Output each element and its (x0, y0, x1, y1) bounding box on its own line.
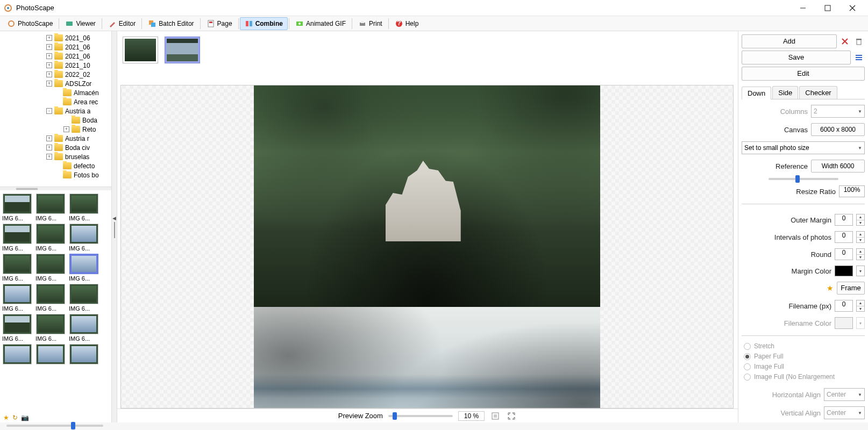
tree-item[interactable]: Almacén (3, 88, 111, 97)
tree-item[interactable]: Boda (3, 116, 111, 125)
thumbnail-browser[interactable]: IMG 6...IMG 6...IMG 6...IMG 6...IMG 6...… (0, 190, 111, 422)
radio-image-full-noenlarge[interactable]: Image Full (No Enlargement (744, 373, 865, 381)
strip-thumb[interactable] (165, 37, 200, 63)
tree-item[interactable]: +Boda civ (3, 143, 111, 152)
round-spinner[interactable]: ▲▼ (856, 248, 865, 260)
expand-toggle[interactable]: + (46, 145, 52, 150)
thumbnail[interactable]: IMG 6... (2, 224, 32, 252)
expand-toggle[interactable]: + (63, 126, 69, 132)
maximize-button[interactable] (815, 0, 840, 16)
frame-button[interactable]: Frame (837, 282, 865, 295)
expand-toggle[interactable]: + (46, 62, 52, 68)
reference-button[interactable]: Width 6000 (811, 160, 865, 173)
thumbnail[interactable]: IMG 6... (35, 224, 66, 252)
add-button[interactable]: Add (742, 34, 837, 48)
expand-toggle[interactable]: + (46, 71, 52, 77)
thumbnail[interactable]: IMG 6... (69, 254, 99, 282)
trash-icon[interactable] (853, 35, 865, 47)
canvas-button[interactable]: 6000 x 8000 (811, 123, 865, 136)
vertical-splitter[interactable]: ◀ (112, 31, 117, 422)
folder-tree[interactable]: +2021_06+2021_06+2021_06+2021_10+2022_02… (0, 31, 111, 187)
margin-color-swatch[interactable] (835, 266, 853, 276)
thumbnail[interactable]: IMG 6... (2, 254, 32, 282)
thumbnail[interactable]: IMG 6... (69, 314, 99, 342)
radio-image-full[interactable]: Image Full (744, 363, 865, 370)
thumbnail[interactable]: IMG 6... (35, 194, 66, 221)
tab-checker[interactable]: Checker (799, 86, 837, 99)
round-input[interactable]: 0 (835, 248, 853, 260)
zoom-fit-icon[interactable] (490, 411, 501, 421)
tab-editor[interactable]: Editor (103, 17, 140, 30)
thumbnail[interactable]: IMG 6... (69, 194, 99, 221)
canvas-preview[interactable] (120, 85, 734, 408)
tree-item[interactable]: +2022_02 (3, 70, 111, 79)
expand-toggle[interactable]: - (46, 108, 52, 114)
save-button[interactable]: Save (742, 51, 851, 64)
reference-slider[interactable] (769, 178, 838, 180)
thumbnail[interactable]: IMG 6... (69, 224, 99, 252)
tree-item[interactable]: +2021_06 (3, 42, 111, 52)
tree-item[interactable]: +Reto (3, 125, 111, 134)
tree-item[interactable]: +2021_10 (3, 61, 111, 70)
tree-item[interactable]: defecto (3, 161, 111, 170)
radio-paper-full[interactable]: Paper Full (744, 353, 865, 360)
tab-side[interactable]: Side (772, 86, 798, 99)
remove-icon[interactable] (839, 35, 851, 47)
expand-toggle[interactable]: + (46, 44, 52, 50)
thumbnail[interactable]: IMG 6... (35, 314, 66, 342)
filename-px-input[interactable]: 0 (835, 300, 853, 312)
tree-item[interactable]: Area rec (3, 97, 111, 106)
thumbnail[interactable]: IMG 6... (2, 314, 32, 342)
star-icon[interactable]: ★ (827, 284, 834, 292)
outer-margin-spinner[interactable]: ▲▼ (856, 214, 865, 226)
thumbnail[interactable] (69, 344, 99, 366)
tree-item[interactable]: +Austria r (3, 134, 111, 143)
tab-batch-editor[interactable]: Batch Editor (143, 17, 198, 30)
strip-thumb[interactable] (123, 37, 158, 63)
thumbnail[interactable]: IMG 6... (2, 194, 32, 221)
thumbnail[interactable] (2, 344, 32, 366)
zoom-actual-icon[interactable] (506, 411, 517, 421)
expand-toggle[interactable]: + (46, 81, 52, 87)
list-icon[interactable] (853, 52, 865, 63)
close-button[interactable] (840, 0, 865, 16)
tab-viewer[interactable]: Viewer (60, 17, 100, 30)
intervals-spinner[interactable]: ▲▼ (856, 231, 865, 243)
tree-item[interactable]: Fotos bo (3, 170, 111, 180)
filename-px-spinner[interactable]: ▲▼ (856, 300, 865, 312)
tree-item[interactable]: +2021_06 (3, 33, 111, 42)
expand-toggle[interactable]: + (46, 35, 52, 41)
zoom-value[interactable]: 10 % (458, 411, 485, 421)
camera-icon[interactable]: 📷 (21, 414, 29, 421)
tree-item[interactable]: +ADSLZor (3, 79, 111, 88)
thumbnail[interactable] (35, 344, 66, 366)
zoom-slider[interactable] (388, 415, 453, 417)
tab-print[interactable]: Print (353, 17, 387, 30)
thumb-size-slider[interactable] (6, 425, 103, 427)
thumbnail[interactable]: IMG 6... (35, 254, 66, 282)
tab-animated-gif[interactable]: Animated GIF (290, 17, 351, 30)
tab-down[interactable]: Down (742, 87, 771, 99)
minimize-button[interactable] (791, 0, 815, 16)
outer-margin-input[interactable]: 0 (835, 214, 853, 226)
margin-color-dropdown[interactable]: ▼ (856, 266, 865, 276)
thumbnail[interactable]: IMG 6... (69, 284, 99, 312)
tree-item[interactable]: +bruselas (3, 152, 111, 161)
expand-toggle[interactable]: + (46, 154, 52, 160)
set-small-dropdown[interactable]: Set to small photo size▼ (742, 141, 865, 154)
expand-toggle[interactable]: + (46, 53, 52, 59)
tab-help[interactable]: ?Help (390, 17, 424, 30)
tab-combine[interactable]: Combine (240, 17, 288, 30)
tree-item[interactable]: -Austria a (3, 106, 111, 116)
star-icon[interactable]: ★ (3, 414, 9, 421)
radio-stretch[interactable]: Stretch (744, 342, 865, 350)
thumbnail[interactable]: IMG 6... (35, 284, 66, 312)
tab-photoscape[interactable]: PhotoScape (2, 17, 58, 30)
resize-value[interactable]: 100% (839, 185, 865, 197)
tree-item[interactable]: +2021_06 (3, 52, 111, 61)
edit-button[interactable]: Edit (742, 67, 865, 81)
rotate-icon[interactable]: ↻ (12, 414, 18, 421)
intervals-input[interactable]: 0 (835, 231, 853, 243)
expand-toggle[interactable]: + (46, 135, 52, 141)
thumbnail[interactable]: IMG 6... (2, 284, 32, 312)
